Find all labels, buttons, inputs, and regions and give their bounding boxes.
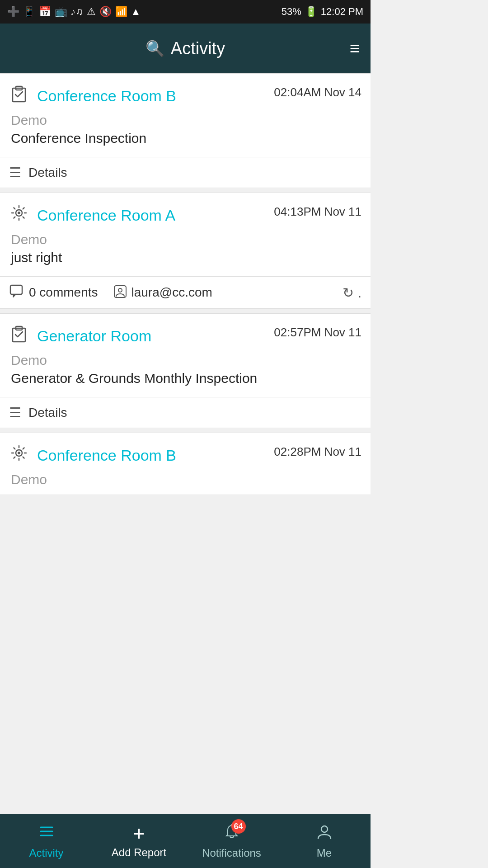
- card2-footer[interactable]: 0 comments laura@cc.com ↻ .: [0, 276, 371, 308]
- header-title-text: Activity: [171, 39, 225, 58]
- card2-timestamp: 04:13PM Nov 11: [274, 203, 361, 219]
- activity-card-2[interactable]: Conference Room A 04:13PM Nov 11 Demo ju…: [0, 193, 371, 309]
- card4-title: Conference Room B: [37, 447, 176, 464]
- user-group: laura@cc.com: [113, 285, 212, 300]
- card3-timestamp: 02:57PM Nov 11: [274, 324, 361, 340]
- card4-sun-icon: [9, 443, 29, 467]
- card2-sun-icon: [9, 203, 29, 227]
- add-report-label: Add Report: [112, 846, 166, 859]
- calendar-icon: 📅: [39, 6, 51, 18]
- header: 🔍 Activity ≡: [0, 24, 371, 73]
- card3-details-icon: ☰: [9, 405, 21, 420]
- card1-timestamp: 02:04AM Nov 14: [274, 84, 361, 99]
- svg-point-14: [118, 288, 122, 292]
- card1-org: Demo: [9, 113, 361, 128]
- card1-footer[interactable]: ☰ Details: [0, 157, 371, 188]
- clock: 12:02 PM: [321, 6, 363, 18]
- add-icon: ➕: [7, 6, 19, 18]
- svg-line-26: [14, 457, 15, 458]
- card4-title-group: Conference Room B: [9, 443, 176, 467]
- svg-line-23: [14, 448, 15, 449]
- signal-icon: ▲: [131, 6, 141, 18]
- status-right: 53% 🔋 12:02 PM: [282, 6, 363, 18]
- me-icon: [316, 823, 333, 844]
- card3-details-label: Details: [28, 406, 67, 420]
- svg-line-9: [23, 217, 24, 218]
- nav-me[interactable]: Me: [278, 814, 371, 868]
- card2-description: just right: [9, 250, 361, 265]
- media-icon: 📺: [55, 6, 67, 18]
- battery-percent: 53%: [282, 6, 301, 18]
- card2-comments-text: 0 comments: [29, 285, 98, 300]
- card2-title-group: Conference Room A: [9, 203, 175, 227]
- svg-line-10: [23, 208, 24, 209]
- search-icon[interactable]: 🔍: [145, 39, 164, 57]
- filter-icon[interactable]: ≡: [350, 40, 360, 57]
- comments-group: 0 comments: [9, 284, 98, 301]
- card3-footer[interactable]: ☰ Details: [0, 397, 371, 428]
- svg-line-25: [23, 448, 24, 449]
- activity-card-4[interactable]: Conference Room B 02:28PM Nov 11 Demo: [0, 433, 371, 495]
- wifi-icon: 📶: [115, 6, 127, 18]
- activity-nav-icon: [38, 823, 55, 844]
- nav-notifications[interactable]: 64 Notifications: [185, 814, 278, 868]
- svg-line-11: [14, 217, 15, 218]
- card3-org: Demo: [9, 353, 361, 368]
- notification-wrapper: 64: [223, 823, 240, 844]
- me-nav-label: Me: [317, 847, 332, 859]
- notifications-nav-label: Notifications: [202, 847, 261, 859]
- user-icon: [113, 285, 127, 300]
- card3-title-group: Generator Room: [9, 324, 151, 348]
- add-report-icon: +: [133, 824, 145, 844]
- card1-description: Conference Inspection: [9, 131, 361, 146]
- activity-card-1[interactable]: Conference Room B 02:04AM Nov 14 Demo Co…: [0, 73, 371, 188]
- phone-icon: 📱: [23, 6, 35, 18]
- svg-point-3: [18, 212, 20, 214]
- music-icon: ♪♫: [70, 6, 83, 18]
- status-icons: ➕ 📱 📅 📺 ♪♫ ⚠ 🔇 📶 ▲: [7, 6, 141, 18]
- svg-line-8: [14, 208, 15, 209]
- header-title-group: 🔍 Activity: [145, 39, 225, 58]
- activity-card-3[interactable]: Generator Room 02:57PM Nov 11 Demo Gener…: [0, 313, 371, 428]
- nav-add-report[interactable]: + Add Report: [93, 814, 185, 868]
- battery-icon: 🔋: [305, 6, 317, 18]
- card1-title: Conference Room B: [37, 87, 176, 105]
- card2-user-email: laura@cc.com: [131, 285, 212, 300]
- card4-org: Demo: [9, 472, 361, 487]
- svg-point-18: [18, 452, 20, 454]
- card2-title: Conference Room A: [37, 207, 175, 224]
- svg-line-24: [23, 457, 24, 458]
- card1-title-group: Conference Room B: [9, 84, 176, 108]
- card4-timestamp: 02:28PM Nov 11: [274, 443, 361, 459]
- status-bar: ➕ 📱 📅 📺 ♪♫ ⚠ 🔇 📶 ▲ 53% 🔋 12:02 PM: [0, 0, 371, 24]
- card3-description: Generator & Grounds Monthly Inspection: [9, 371, 361, 386]
- warning-icon: ⚠: [87, 6, 96, 18]
- card2-org: Demo: [9, 232, 361, 247]
- svg-point-31: [321, 826, 328, 832]
- notification-badge: 64: [231, 819, 246, 834]
- card1-clipboard-icon: [9, 84, 29, 108]
- card1-details-label: Details: [28, 165, 67, 180]
- activity-list: Conference Room B 02:04AM Nov 14 Demo Co…: [0, 73, 371, 814]
- svg-rect-12: [10, 285, 22, 294]
- refresh-icon[interactable]: ↻ .: [343, 285, 361, 301]
- card3-title: Generator Room: [37, 327, 151, 345]
- comment-icon: [9, 284, 24, 301]
- card1-details-icon: ☰: [9, 165, 21, 180]
- bottom-nav: Activity + Add Report 64 Notifications M: [0, 814, 371, 868]
- nav-activity[interactable]: Activity: [0, 814, 93, 868]
- activity-nav-label: Activity: [29, 847, 63, 859]
- card3-clipboard-icon: [9, 324, 29, 348]
- mute-icon: 🔇: [99, 6, 112, 18]
